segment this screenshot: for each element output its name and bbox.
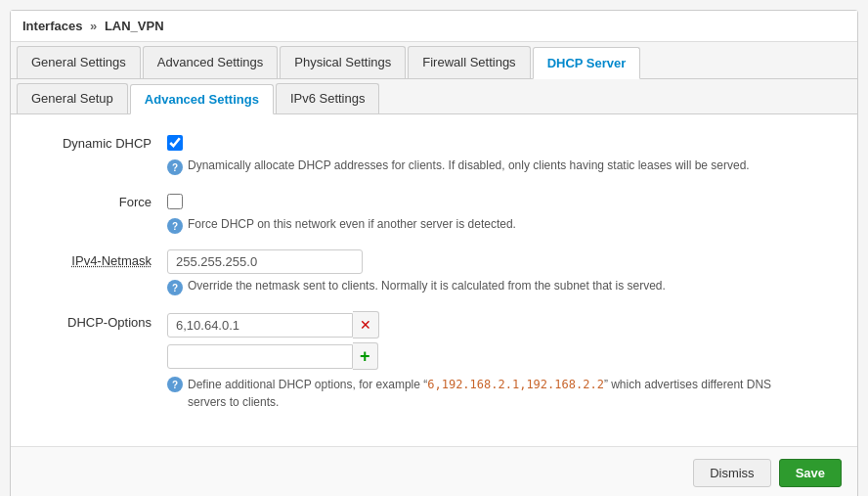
dhcp-option-input-2[interactable] [167, 344, 353, 369]
checkbox-force[interactable] [167, 194, 183, 209]
form-row-ipv4-netmask: IPv4-Netmask ? Override the netmask sent… [30, 249, 838, 295]
label-dhcp-options: DHCP-Options [30, 311, 167, 330]
inner-tab-bar: General Setup Advanced Settings IPv6 Set… [11, 79, 857, 114]
dhcp-option-row-1: ✕ [167, 311, 838, 338]
page-wrapper: Interfaces » LAN_VPN General Settings Ad… [10, 10, 858, 496]
dhcp-option-add-button[interactable]: + [353, 342, 378, 370]
content-dhcp-options: ✕ + ? Define additional DHCP options, fo… [167, 311, 838, 411]
outer-tab-bar: General Settings Advanced Settings Physi… [11, 42, 857, 79]
hint-force: ? Force DHCP on this network even if ano… [167, 217, 793, 234]
content-dynamic-dhcp: ? Dynamically allocate DHCP addresses fo… [167, 132, 838, 175]
breadcrumb-separator: » [90, 19, 97, 33]
dhcp-option-input-1[interactable] [167, 313, 353, 338]
form-row-dynamic-dhcp: Dynamic DHCP ? Dynamically allocate DHCP… [30, 132, 838, 175]
hint-dhcp-options: ? Define additional DHCP options, for ex… [167, 376, 793, 411]
label-dynamic-dhcp: Dynamic DHCP [30, 132, 167, 151]
tab-general-setup[interactable]: General Setup [17, 83, 128, 113]
dismiss-button[interactable]: Dismiss [693, 459, 771, 487]
dhcp-option-remove-button-1[interactable]: ✕ [353, 311, 379, 338]
save-button[interactable]: Save [779, 459, 842, 487]
input-ipv4-netmask[interactable] [167, 249, 363, 274]
tab-general-settings[interactable]: General Settings [17, 46, 141, 78]
form-row-dhcp-options: DHCP-Options ✕ + ? Define additional DH [30, 311, 838, 411]
breadcrumb: Interfaces » LAN_VPN [11, 11, 857, 42]
tab-physical-settings[interactable]: Physical Settings [280, 46, 406, 78]
breadcrumb-current: LAN_VPN [105, 19, 164, 33]
tab-firewall-settings[interactable]: Firewall Settings [408, 46, 530, 78]
label-ipv4-netmask: IPv4-Netmask [30, 249, 167, 268]
info-icon-ipv4-netmask: ? [167, 280, 183, 295]
content-force: ? Force DHCP on this network even if ano… [167, 191, 838, 234]
content-ipv4-netmask: ? Override the netmask sent to clients. … [167, 249, 838, 295]
checkbox-dynamic-dhcp[interactable] [167, 135, 183, 151]
tab-advanced-settings-inner[interactable]: Advanced Settings [130, 84, 274, 114]
hint-dhcp-options-text: Define additional DHCP options, for exam… [188, 376, 793, 411]
tab-advanced-settings[interactable]: Advanced Settings [143, 46, 278, 78]
info-icon-dynamic-dhcp: ? [167, 159, 183, 175]
form-row-force: Force ? Force DHCP on this network even … [30, 191, 838, 234]
content-area: Dynamic DHCP ? Dynamically allocate DHCP… [11, 114, 857, 446]
tab-dhcp-server[interactable]: DHCP Server [533, 47, 641, 79]
hint-dynamic-dhcp: ? Dynamically allocate DHCP addresses fo… [167, 158, 793, 175]
label-force: Force [30, 191, 167, 209]
footer-bar: Dismiss Save [11, 446, 857, 496]
tab-ipv6-settings[interactable]: IPv6 Settings [276, 83, 380, 113]
breadcrumb-parent: Interfaces [22, 19, 82, 33]
dhcp-option-row-2: + [167, 342, 838, 370]
info-icon-dhcp-options: ? [167, 377, 183, 392]
info-icon-force: ? [167, 218, 183, 234]
hint-ipv4-netmask: ? Override the netmask sent to clients. … [167, 279, 793, 295]
